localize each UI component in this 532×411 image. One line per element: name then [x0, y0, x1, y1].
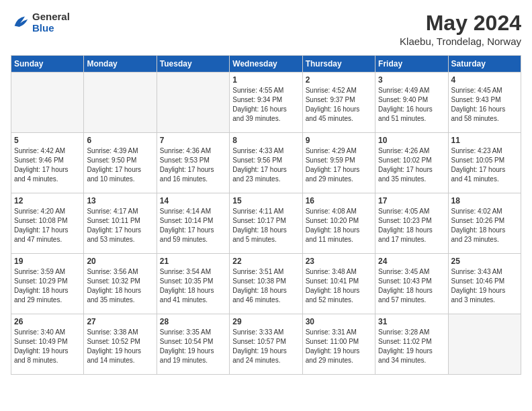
week-row-4: 19Sunrise: 3:59 AM Sunset: 10:29 PM Dayl… [11, 254, 521, 314]
calendar-cell: 9Sunrise: 4:29 AM Sunset: 9:59 PM Daylig… [302, 133, 375, 193]
calendar-cell: 30Sunrise: 3:31 AM Sunset: 11:00 PM Dayl… [302, 314, 375, 375]
header-day-monday: Monday [84, 56, 157, 73]
calendar-cell: 2Sunrise: 4:52 AM Sunset: 9:37 PM Daylig… [302, 73, 375, 133]
day-number: 5 [14, 136, 81, 145]
day-info: Sunrise: 4:52 AM Sunset: 9:37 PM Dayligh… [306, 86, 372, 124]
day-info: Sunrise: 4:20 AM Sunset: 10:08 PM Daylig… [14, 207, 81, 244]
calendar-cell: 26Sunrise: 3:40 AM Sunset: 10:49 PM Dayl… [11, 314, 84, 375]
calendar-cell: 11Sunrise: 4:23 AM Sunset: 10:05 PM Dayl… [448, 133, 521, 193]
calendar-cell: 13Sunrise: 4:17 AM Sunset: 10:11 PM Dayl… [84, 193, 157, 254]
header-day-saturday: Saturday [448, 56, 521, 73]
calendar-cell: 24Sunrise: 3:45 AM Sunset: 10:43 PM Dayl… [375, 254, 448, 314]
calendar-cell: 3Sunrise: 4:49 AM Sunset: 9:40 PM Daylig… [375, 73, 448, 133]
location: Klaebu, Trondelag, Norway [400, 36, 521, 47]
calendar-cell: 14Sunrise: 4:14 AM Sunset: 10:14 PM Dayl… [157, 193, 229, 254]
day-number: 24 [378, 257, 445, 266]
calendar-cell [84, 73, 157, 133]
header-day-friday: Friday [375, 56, 448, 73]
day-info: Sunrise: 3:28 AM Sunset: 11:02 PM Daylig… [378, 328, 445, 365]
calendar-cell: 7Sunrise: 4:36 AM Sunset: 9:53 PM Daylig… [157, 133, 229, 193]
day-info: Sunrise: 4:42 AM Sunset: 9:46 PM Dayligh… [14, 146, 81, 184]
day-info: Sunrise: 3:54 AM Sunset: 10:35 PM Daylig… [160, 267, 226, 305]
day-info: Sunrise: 4:45 AM Sunset: 9:43 PM Dayligh… [451, 86, 518, 124]
calendar-cell: 16Sunrise: 4:08 AM Sunset: 10:20 PM Dayl… [302, 193, 375, 254]
calendar-cell: 23Sunrise: 3:48 AM Sunset: 10:41 PM Dayl… [302, 254, 375, 314]
month-title: May 2024 [400, 11, 521, 36]
calendar-cell [157, 73, 229, 133]
day-number: 26 [14, 317, 81, 326]
day-info: Sunrise: 4:08 AM Sunset: 10:20 PM Daylig… [306, 207, 372, 244]
calendar-cell: 8Sunrise: 4:33 AM Sunset: 9:56 PM Daylig… [230, 133, 302, 193]
day-info: Sunrise: 4:49 AM Sunset: 9:40 PM Dayligh… [378, 86, 445, 124]
day-info: Sunrise: 4:39 AM Sunset: 9:50 PM Dayligh… [87, 146, 153, 184]
day-number: 28 [160, 317, 226, 326]
day-number: 12 [14, 196, 81, 205]
day-info: Sunrise: 3:59 AM Sunset: 10:29 PM Daylig… [14, 267, 81, 305]
calendar-cell: 27Sunrise: 3:38 AM Sunset: 10:52 PM Dayl… [84, 314, 157, 375]
day-number: 15 [232, 196, 299, 205]
day-number: 25 [451, 257, 518, 266]
calendar-table: SundayMondayTuesdayWednesdayThursdayFrid… [11, 55, 521, 375]
calendar-cell: 18Sunrise: 4:02 AM Sunset: 10:26 PM Dayl… [448, 193, 521, 254]
week-row-2: 5Sunrise: 4:42 AM Sunset: 9:46 PM Daylig… [11, 133, 521, 193]
day-number: 9 [306, 136, 372, 145]
day-number: 30 [306, 317, 372, 326]
day-info: Sunrise: 4:55 AM Sunset: 9:34 PM Dayligh… [232, 86, 299, 124]
day-info: Sunrise: 4:33 AM Sunset: 9:56 PM Dayligh… [232, 146, 299, 184]
day-number: 20 [87, 257, 153, 266]
header-row: SundayMondayTuesdayWednesdayThursdayFrid… [11, 56, 521, 73]
day-info: Sunrise: 3:43 AM Sunset: 10:46 PM Daylig… [451, 267, 518, 305]
header-day-sunday: Sunday [11, 56, 84, 73]
day-number: 3 [378, 75, 445, 85]
logo-bird-icon [11, 13, 30, 32]
day-info: Sunrise: 4:29 AM Sunset: 9:59 PM Dayligh… [306, 146, 372, 184]
calendar-cell: 12Sunrise: 4:20 AM Sunset: 10:08 PM Dayl… [11, 193, 84, 254]
calendar-cell: 10Sunrise: 4:26 AM Sunset: 10:02 PM Dayl… [375, 133, 448, 193]
calendar-cell: 5Sunrise: 4:42 AM Sunset: 9:46 PM Daylig… [11, 133, 84, 193]
day-info: Sunrise: 3:35 AM Sunset: 10:54 PM Daylig… [160, 328, 226, 365]
day-number: 31 [378, 317, 445, 326]
calendar-cell: 1Sunrise: 4:55 AM Sunset: 9:34 PM Daylig… [230, 73, 302, 133]
day-number: 21 [160, 257, 226, 266]
day-number: 10 [378, 136, 445, 145]
calendar-cell: 29Sunrise: 3:33 AM Sunset: 10:57 PM Dayl… [230, 314, 302, 375]
week-row-1: 1Sunrise: 4:55 AM Sunset: 9:34 PM Daylig… [11, 73, 521, 133]
day-number: 18 [451, 196, 518, 205]
calendar-cell: 4Sunrise: 4:45 AM Sunset: 9:43 PM Daylig… [448, 73, 521, 133]
day-number: 29 [232, 317, 299, 326]
day-number: 7 [160, 136, 226, 145]
day-info: Sunrise: 4:05 AM Sunset: 10:23 PM Daylig… [378, 207, 445, 244]
day-info: Sunrise: 4:14 AM Sunset: 10:14 PM Daylig… [160, 207, 226, 244]
day-info: Sunrise: 4:36 AM Sunset: 9:53 PM Dayligh… [160, 146, 226, 184]
day-number: 2 [306, 75, 372, 85]
header-day-thursday: Thursday [302, 56, 375, 73]
calendar-cell: 22Sunrise: 3:51 AM Sunset: 10:38 PM Dayl… [230, 254, 302, 314]
page-header: General Blue May 2024 Klaebu, Trondelag,… [11, 11, 521, 47]
day-number: 27 [87, 317, 153, 326]
calendar-cell: 6Sunrise: 4:39 AM Sunset: 9:50 PM Daylig… [84, 133, 157, 193]
calendar-cell: 15Sunrise: 4:11 AM Sunset: 10:17 PM Dayl… [230, 193, 302, 254]
day-info: Sunrise: 3:40 AM Sunset: 10:49 PM Daylig… [14, 328, 81, 365]
day-info: Sunrise: 4:11 AM Sunset: 10:17 PM Daylig… [232, 207, 299, 244]
logo-text: General Blue [32, 11, 70, 34]
calendar-cell: 31Sunrise: 3:28 AM Sunset: 11:02 PM Dayl… [375, 314, 448, 375]
day-number: 4 [451, 75, 518, 85]
day-number: 13 [87, 196, 153, 205]
calendar-cell: 25Sunrise: 3:43 AM Sunset: 10:46 PM Dayl… [448, 254, 521, 314]
day-info: Sunrise: 3:38 AM Sunset: 10:52 PM Daylig… [87, 328, 153, 365]
day-info: Sunrise: 4:02 AM Sunset: 10:26 PM Daylig… [451, 207, 518, 244]
day-info: Sunrise: 3:48 AM Sunset: 10:41 PM Daylig… [306, 267, 372, 305]
day-number: 22 [232, 257, 299, 266]
day-info: Sunrise: 3:31 AM Sunset: 11:00 PM Daylig… [306, 328, 372, 365]
day-info: Sunrise: 3:51 AM Sunset: 10:38 PM Daylig… [232, 267, 299, 305]
calendar-cell: 19Sunrise: 3:59 AM Sunset: 10:29 PM Dayl… [11, 254, 84, 314]
day-number: 23 [306, 257, 372, 266]
day-number: 16 [306, 196, 372, 205]
header-day-tuesday: Tuesday [157, 56, 229, 73]
header-day-wednesday: Wednesday [230, 56, 302, 73]
day-number: 8 [232, 136, 299, 145]
week-row-5: 26Sunrise: 3:40 AM Sunset: 10:49 PM Dayl… [11, 314, 521, 375]
calendar-cell: 20Sunrise: 3:56 AM Sunset: 10:32 PM Dayl… [84, 254, 157, 314]
day-info: Sunrise: 4:26 AM Sunset: 10:02 PM Daylig… [378, 146, 445, 184]
day-number: 17 [378, 196, 445, 205]
